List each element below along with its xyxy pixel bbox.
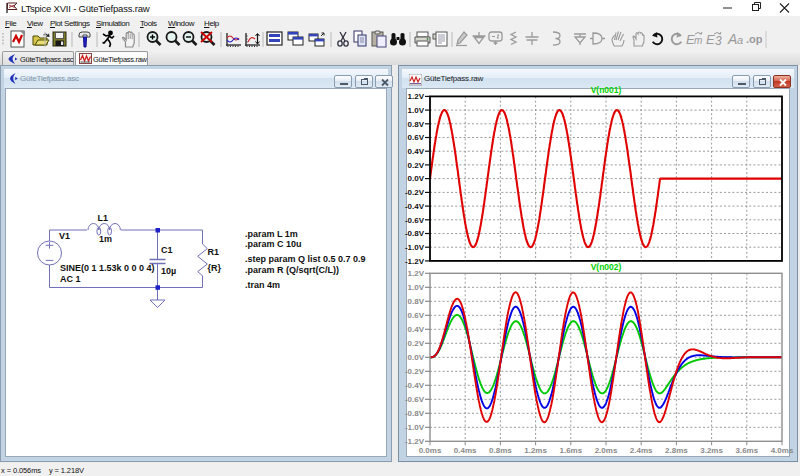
svg-text:-1.0V: -1.0V [405,423,425,432]
svg-text:-1.0V: -1.0V [405,243,425,252]
svg-text:-0.6V: -0.6V [405,395,425,404]
svg-text:V1: V1 [59,231,70,241]
svg-text:-0.2V: -0.2V [405,367,425,376]
svg-text:4.0ms: 4.0ms [771,446,794,455]
svg-text:1.2V: 1.2V [408,92,425,101]
svg-text:V(n001): V(n001) [591,85,622,95]
svg-text:0.8V: 0.8V [408,297,425,306]
svg-text:.tran 4m: .tran 4m [245,280,280,290]
svg-text:0.4ms: 0.4ms [454,446,477,455]
svg-text:2.8ms: 2.8ms [665,446,688,455]
svg-text:-1.2V: -1.2V [405,257,425,266]
svg-text:m: m [694,35,702,46]
svg-text:0.6V: 0.6V [408,311,425,320]
svg-text:1.2ms: 1.2ms [524,446,547,455]
svg-text:0.6V: 0.6V [408,133,425,142]
svg-text:-0.8V: -0.8V [405,409,425,418]
svg-text:-0.4V: -0.4V [405,381,425,390]
svg-text:-0.6V: -0.6V [405,216,425,225]
svg-text:R1: R1 [208,247,220,257]
svg-text:{R}: {R} [208,263,222,273]
svg-text:1.0V: 1.0V [408,283,425,292]
svg-text:A: A [727,31,737,47]
svg-text:L1: L1 [98,213,109,223]
svg-text:-0.2V: -0.2V [405,188,425,197]
svg-text:E: E [706,32,715,47]
svg-text:1.0V: 1.0V [408,106,425,115]
svg-text:-0.4V: -0.4V [405,202,425,211]
svg-text:V(n002): V(n002) [591,262,622,272]
svg-text:3.2ms: 3.2ms [700,446,723,455]
svg-text:.step param Q list 0.5 0.7 0.9: .step param Q list 0.5 0.7 0.9 [245,254,366,264]
svg-text:1m: 1m [99,234,112,244]
svg-text:.op: .op [746,33,763,45]
svg-text:0.2V: 0.2V [408,339,425,348]
svg-text:0.0ms: 0.0ms [419,446,442,455]
svg-text:0.8ms: 0.8ms [489,446,512,455]
svg-text:2.4ms: 2.4ms [630,446,653,455]
svg-text:C1: C1 [161,245,173,255]
svg-text:3.6ms: 3.6ms [735,446,758,455]
svg-text:-0.8V: -0.8V [405,229,425,238]
svg-text:0.0V: 0.0V [408,174,425,183]
svg-text:a: a [737,34,743,46]
svg-text:AC 1: AC 1 [60,274,81,284]
svg-text:0.4V: 0.4V [408,147,425,156]
svg-text:.param L 1m: .param L 1m [245,229,298,239]
svg-text:2.0ms: 2.0ms [595,446,618,455]
svg-text:1.2V: 1.2V [408,269,425,278]
svg-text:0.8V: 0.8V [408,120,425,129]
svg-text:SINE(0 1 1.53k 0 0 0 4): SINE(0 1 1.53k 0 0 0 4) [60,263,155,273]
svg-text:.param R (Q/sqrt(C/L)): .param R (Q/sqrt(C/L)) [245,265,339,275]
svg-text:0.4V: 0.4V [408,325,425,334]
svg-text:.param C 10u: .param C 10u [245,239,302,249]
svg-text:1.6ms: 1.6ms [559,446,582,455]
svg-text:0.2V: 0.2V [408,161,425,170]
svg-text:10µ: 10µ [161,266,176,276]
svg-text:0.0V: 0.0V [408,353,425,362]
svg-text:3: 3 [715,34,722,48]
